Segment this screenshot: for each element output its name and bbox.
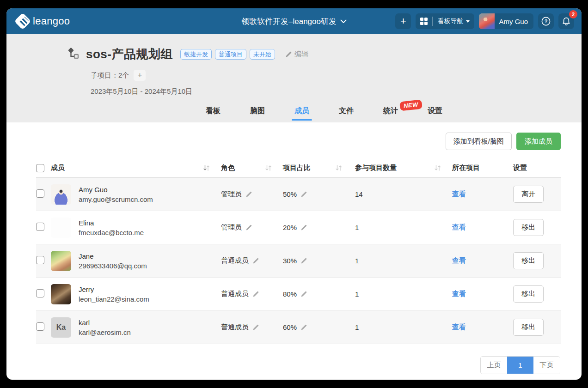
edit-share-icon[interactable] [300,291,307,297]
bell-icon [562,17,571,26]
member-name: karl [79,319,131,327]
member-name: Elina [79,219,144,227]
row-checkbox[interactable] [36,189,44,198]
boards-grid-button[interactable] [416,13,432,29]
badge-project-type: 普通项目 [215,49,246,60]
tab-files[interactable]: 文件 [338,103,355,122]
sort-role-icon[interactable] [265,164,272,171]
edit-share-icon[interactable] [300,324,307,331]
view-projects-link[interactable]: 查看 [447,190,466,198]
member-email: karl@aerosim.cn [79,328,131,336]
row-checkbox[interactable] [36,322,44,331]
user-avatar [479,13,495,29]
sort-project-count-icon[interactable] [434,164,441,171]
leangoo-logo-icon [14,13,31,30]
member-project-count: 1 [349,257,447,265]
notifications-button[interactable]: 2 [558,13,574,29]
view-projects-link[interactable]: 查看 [447,323,466,331]
column-role: 角色 [216,164,235,172]
column-projects: 所在项目 [447,164,480,172]
user-menu[interactable]: Amy Guo [479,13,533,29]
add-board-button[interactable]: + [395,13,411,29]
tab-members[interactable]: 成员 [294,103,310,122]
edit-share-icon[interactable] [300,191,307,198]
edit-share-icon[interactable] [300,257,307,264]
edit-role-icon[interactable] [252,324,259,331]
member-avatar [51,184,71,205]
tab-mindmap[interactable]: 脑图 [249,103,266,122]
leangoo-logo[interactable]: leangoo [17,15,70,27]
project-badges: 敏捷开发 普通项目 未开始 [180,49,275,60]
project-header: sos-产品规划组 敏捷开发 普通项目 未开始 编辑 子项目：2个 + 2023… [6,34,582,122]
table-row: Amy Guoamy.guo@scrumcn.com 管理员 50% 14 查看… [36,178,561,211]
tab-board[interactable]: 看板 [205,103,221,122]
member-name: Amy Guo [79,186,153,194]
edit-share-icon[interactable] [300,224,307,231]
member-role: 管理员 [221,190,242,199]
column-project-count: 参与项目数量 [349,164,397,172]
row-checkbox[interactable] [36,256,44,264]
remove-member-button[interactable]: 移出 [513,319,544,336]
edit-label: 编辑 [294,50,308,59]
view-projects-link[interactable]: 查看 [447,223,466,231]
member-project-count: 14 [349,190,447,198]
tab-statistics[interactable]: 统计 NEW [382,103,399,122]
member-share: 80% [283,290,297,298]
view-projects-link[interactable]: 查看 [447,290,466,297]
edit-role-icon[interactable] [252,257,259,264]
member-email: fmeuxdac@bccto.me [79,229,144,236]
row-checkbox[interactable] [36,223,44,231]
members-table: 成员 角色 项目占比 参与项目数量 所在项目 设置 Amy Guoamy.guo… [36,158,561,344]
board-title-dropdown[interactable]: 领歌软件开发–leangoo研发 [241,16,347,27]
svg-text:?: ? [545,18,548,24]
member-project-count: 1 [349,224,447,231]
page-1-button[interactable]: 1 [507,357,533,374]
member-share: 30% [283,257,297,265]
remove-member-button[interactable]: 移出 [513,252,544,269]
tab-settings[interactable]: 设置 [427,103,443,122]
question-icon: ? [541,16,551,26]
member-role: 普通成员 [221,256,249,265]
board-nav-group: 看板导航 [416,13,474,29]
remove-member-button[interactable]: 移出 [513,219,544,236]
help-button[interactable]: ? [538,13,554,29]
caret-down-icon [466,20,470,23]
pagination: 上页 1 下页 [480,356,560,374]
subproject-count: 子项目：2个 [91,71,129,80]
leave-project-button[interactable]: 离开 [513,186,544,203]
table-row: Jerryleon_tian22@sina.com 普通成员 80% 1 查看 … [36,278,561,311]
member-role: 管理员 [221,223,242,232]
prev-page-button[interactable]: 上页 [481,357,507,374]
next-page-button[interactable]: 下页 [533,357,560,374]
member-avatar [51,251,71,271]
member-avatar [51,218,71,238]
add-member-button[interactable]: 添加成员 [516,133,561,150]
sort-share-icon[interactable] [335,164,342,171]
select-all-checkbox[interactable] [36,164,44,172]
app-window: leangoo 领歌软件开发–leangoo研发 + 看板导航 Amy Guo … [6,8,582,380]
project-tabs: 看板 脑图 成员 文件 统计 NEW 设置 [67,103,582,122]
sort-member-icon[interactable] [203,164,210,171]
remove-member-button[interactable]: 移出 [513,285,544,303]
member-email: amy.guo@scrumcn.com [79,195,153,203]
edit-project-button[interactable]: 编辑 [285,50,308,59]
pencil-icon [285,51,292,58]
project-date-range: 2023年5月10日 - 2024年5月10日 [91,87,582,96]
top-bar: leangoo 领歌软件开发–leangoo研发 + 看板导航 Amy Guo … [6,8,582,34]
view-projects-link[interactable]: 查看 [447,256,466,264]
project-hierarchy-icon [67,47,80,61]
table-row: Elinafmeuxdac@bccto.me 管理员 20% 1 查看 移出 [36,211,561,244]
column-member: 成员 [49,164,65,172]
add-to-board-button[interactable]: 添加到看板/脑图 [446,133,512,150]
add-subproject-button[interactable]: + [134,70,146,81]
edit-role-icon[interactable] [252,291,259,297]
grid-icon [420,18,428,25]
member-share: 50% [283,190,297,198]
board-nav-dropdown[interactable]: 看板导航 [433,17,466,25]
badge-status: 未开始 [250,49,275,60]
edit-role-icon[interactable] [245,224,252,231]
row-checkbox[interactable] [36,289,44,297]
member-share: 20% [283,224,297,231]
table-row: Ka karlkarl@aerosim.cn 普通成员 60% 1 查看 移出 [36,311,561,344]
edit-role-icon[interactable] [245,191,252,198]
